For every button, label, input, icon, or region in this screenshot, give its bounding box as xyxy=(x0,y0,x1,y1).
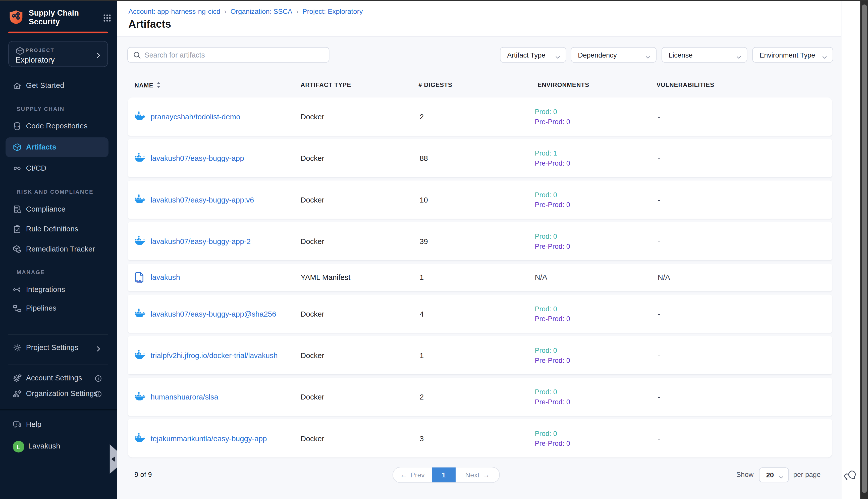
preprod-env-link[interactable]: Pre-Prod: 0 xyxy=(535,438,570,449)
sidebar-item-ci-cd[interactable]: CI/CD xyxy=(5,158,109,178)
sidebar-item-label: Rule Definitions xyxy=(26,225,78,233)
sidebar-item-label: Help xyxy=(26,421,41,429)
preprod-env-link[interactable]: Pre-Prod: 0 xyxy=(535,241,570,251)
environments-cell: Prod: 1Pre-Prod: 0 xyxy=(535,148,570,168)
sidebar-item-help[interactable]: ? Help xyxy=(5,415,109,435)
table-row: humanshuarora/slsaDocker2Prod: 0Pre-Prod… xyxy=(128,378,832,416)
sidebar-item-remediation-tracker[interactable]: Remediation Tracker xyxy=(5,239,109,259)
page-size-select[interactable]: 20 xyxy=(759,467,789,483)
svg-text:YML: YML xyxy=(135,279,142,283)
vulnerabilities-cell: - xyxy=(658,195,660,204)
sidebar-item-label: Remediation Tracker xyxy=(26,245,95,253)
prod-env-link[interactable]: Prod: 0 xyxy=(535,107,570,117)
prod-env-link[interactable]: Prod: 0 xyxy=(535,428,570,438)
page-size-value: 20 xyxy=(766,471,774,479)
breadcrumb-link[interactable]: Account: app-harness-ng-cicd xyxy=(128,8,220,15)
artifact-name-link[interactable]: lavakush07/easy-buggy-app xyxy=(151,154,244,162)
artifact-name-link[interactable]: pranaycshah/todolist-demo xyxy=(151,112,240,121)
artifact-name-link[interactable]: lavakush07/easy-buggy-app:v6 xyxy=(151,195,254,204)
home-icon xyxy=(13,82,22,90)
column-header-label: NAME xyxy=(135,82,153,88)
sidebar-item-label: Integrations xyxy=(26,285,65,293)
prod-env-link[interactable]: Prod: 0 xyxy=(535,231,570,241)
sidebar-item-get-started[interactable]: Get Started xyxy=(5,76,109,96)
sidebar-item-artifacts[interactable]: Artifacts xyxy=(5,137,109,157)
preprod-env-link[interactable]: Pre-Prod: 0 xyxy=(535,355,570,365)
sidebar-item-code-repositories[interactable]: </>Code Repositories xyxy=(5,116,109,136)
filter-dropdown-artifact-type[interactable]: Artifact Type xyxy=(500,47,566,63)
sidebar-item-project-settings[interactable]: Project Settings xyxy=(5,338,109,357)
artifact-name-link[interactable]: humanshuarora/slsa xyxy=(151,393,219,401)
breadcrumb: Account: app-harness-ng-cicd›Organizatio… xyxy=(128,8,363,15)
docker-icon xyxy=(135,194,146,205)
project-selector-name: Exploratory xyxy=(15,55,55,64)
preprod-env-link[interactable]: Pre-Prod: 0 xyxy=(535,200,570,210)
window-top-strip xyxy=(0,0,868,1)
artifact-type-cell: Docker xyxy=(301,393,324,401)
info-icon[interactable] xyxy=(95,390,102,400)
prod-env-link[interactable]: Prod: 0 xyxy=(535,345,570,355)
artifact-name-link[interactable]: lavakush07/easy-buggy-app@sha256 xyxy=(151,309,276,318)
project-selector[interactable]: PROJECT Exploratory xyxy=(8,41,108,67)
sidebar-item-label: Organization Settings xyxy=(26,389,97,398)
environments-na: N/A xyxy=(535,273,547,281)
breadcrumb-link[interactable]: Organization: SSCA xyxy=(230,8,292,15)
preprod-env-link[interactable]: Pre-Prod: 0 xyxy=(535,158,570,168)
preprod-env-link[interactable]: Pre-Prod: 0 xyxy=(535,397,570,407)
yaml-file-icon: YML xyxy=(135,272,146,283)
scrollbar-thumb[interactable] xyxy=(862,4,867,493)
docker-icon xyxy=(135,236,146,247)
page-1-button[interactable]: 1 xyxy=(432,467,456,483)
search-input[interactable] xyxy=(145,48,327,62)
dropdown-label: Environment Type xyxy=(759,51,815,59)
sidebar-item-organization-settings[interactable]: Organization Settings xyxy=(5,384,109,403)
prod-env-link[interactable]: Prod: 1 xyxy=(535,148,570,158)
table-row: lavakush07/easy-buggy-appDocker88Prod: 1… xyxy=(128,139,832,177)
per-page-label: per page xyxy=(793,471,820,478)
prod-env-link[interactable]: Prod: 0 xyxy=(535,304,570,314)
chevron-right-icon xyxy=(95,344,102,354)
sidebar-item-user[interactable]: L Lavakush xyxy=(5,436,109,456)
chevron-down-icon xyxy=(778,472,784,483)
vulnerabilities-cell: - xyxy=(658,237,660,245)
brand-accent-line xyxy=(8,32,108,34)
sidebar-item-compliance[interactable]: Compliance xyxy=(5,199,109,219)
docker-icon xyxy=(135,433,146,444)
filter-dropdown-license[interactable]: License xyxy=(661,47,747,63)
breadcrumb-link[interactable]: Project: Exploratory xyxy=(302,8,363,15)
sidebar-item-pipelines[interactable]: Pipelines xyxy=(5,299,109,318)
sidebar-item-rule-definitions[interactable]: Rule Definitions xyxy=(5,219,109,239)
sidebar-item-label: Code Repositories xyxy=(26,122,88,130)
column-header-label: ARTIFACT TYPE xyxy=(301,82,351,88)
sort-icon[interactable] xyxy=(156,82,161,89)
filter-dropdown-dependency[interactable]: Dependency xyxy=(571,47,657,63)
sidebar-item-label: Get Started xyxy=(26,82,64,90)
prod-env-link[interactable]: Prod: 0 xyxy=(535,190,570,200)
support-chat-icon[interactable] xyxy=(844,469,857,483)
sidebar-item-label: Pipelines xyxy=(26,304,57,312)
prod-env-link[interactable]: Prod: 0 xyxy=(535,387,570,397)
info-icon[interactable] xyxy=(95,374,102,385)
layers-gear-icon xyxy=(13,374,22,383)
prev-page-button[interactable]: ← Prev xyxy=(393,467,432,483)
filter-dropdown-environment-type[interactable]: Environment Type xyxy=(752,47,833,63)
table-row: tejakummarikuntla/easy-buggy-appDocker3P… xyxy=(128,419,832,457)
artifact-table: pranaycshah/todolist-demoDocker2Prod: 0P… xyxy=(128,97,832,458)
main-content: Artifact TypeDependencyLicenseEnvironmen… xyxy=(117,37,841,499)
sidebar: Supply Chain Security PROJECT Explorator… xyxy=(0,0,117,499)
artifact-name-link[interactable]: lavakush xyxy=(151,273,180,282)
next-page-button[interactable]: Next → xyxy=(456,467,499,483)
sidebar-item-integrations[interactable]: Integrations xyxy=(5,280,109,300)
digests-cell: 2 xyxy=(420,112,424,121)
artifact-name-link[interactable]: lavakush07/easy-buggy-app-2 xyxy=(151,237,251,245)
preprod-env-link[interactable]: Pre-Prod: 0 xyxy=(535,117,570,126)
artifact-cube-icon xyxy=(13,143,22,152)
column-header-label: VULNERABILITIES xyxy=(657,82,714,88)
preprod-env-link[interactable]: Pre-Prod: 0 xyxy=(535,314,570,324)
scrollbar-track[interactable] xyxy=(860,0,868,499)
artifact-name-link[interactable]: trialpfv2hi.jfrog.io/docker-trial/lavaku… xyxy=(151,351,278,359)
table-row: YMLlavakushYAML Manifest1N/AN/A xyxy=(128,264,832,291)
module-grid-icon[interactable] xyxy=(103,14,112,23)
shield-network-icon xyxy=(8,9,24,27)
artifact-name-link[interactable]: tejakummarikuntla/easy-buggy-app xyxy=(151,434,267,442)
